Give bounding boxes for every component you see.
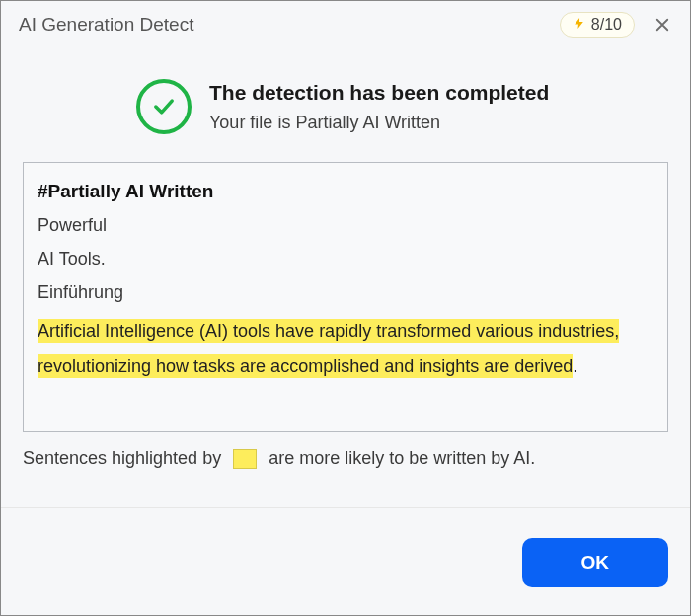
dialog-footer: OK <box>1 507 690 615</box>
legend: Sentences highlighted by are more likely… <box>23 448 668 469</box>
ok-button[interactable]: OK <box>522 538 669 587</box>
titlebar: AI Generation Detect 8/10 <box>1 1 690 49</box>
result-title: The detection has been completed <box>209 81 549 105</box>
credits-value: 8/10 <box>591 16 622 34</box>
credits-badge: 8/10 <box>560 12 635 38</box>
results-heading: #Partially AI Written <box>38 181 650 202</box>
result-header: The detection has been completed Your fi… <box>23 79 668 134</box>
results-scroll[interactable]: #Partially AI Written Powerful AI Tools.… <box>38 181 653 418</box>
result-line: Einführung <box>38 279 650 307</box>
close-icon <box>653 16 671 34</box>
success-check-icon <box>136 79 192 134</box>
dialog-content: The detection has been completed Your fi… <box>1 49 690 507</box>
legend-swatch-icon <box>233 449 257 469</box>
bolt-icon <box>573 16 585 34</box>
highlighted-sentence: Artificial Intelligence (AI) tools have … <box>38 313 650 384</box>
ai-detect-dialog: AI Generation Detect 8/10 The detection … <box>0 0 691 616</box>
result-subtitle: Your file is Partially AI Written <box>209 113 549 133</box>
legend-prefix: Sentences highlighted by <box>23 448 221 469</box>
result-header-texts: The detection has been completed Your fi… <box>209 79 549 133</box>
dialog-title: AI Generation Detect <box>19 14 560 36</box>
result-line: Powerful <box>38 212 650 240</box>
result-line: AI Tools. <box>38 246 650 273</box>
results-box: #Partially AI Written Powerful AI Tools.… <box>23 162 668 432</box>
close-button[interactable] <box>649 11 676 38</box>
legend-suffix: are more likely to be written by AI. <box>269 448 535 469</box>
